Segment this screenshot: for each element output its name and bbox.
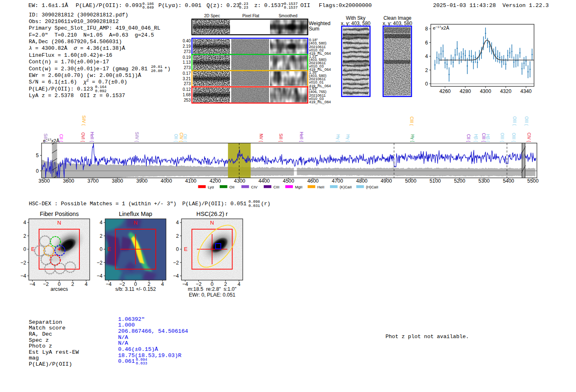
svg-text:CIII (: CIII ( xyxy=(409,116,414,125)
svg-text:With Sky: With Sky xyxy=(346,15,365,21)
svg-text:3600: 3600 xyxy=(63,178,74,184)
svg-text:Match score: Match score xyxy=(29,325,65,331)
svg-text:Lineflux Map: Lineflux Map xyxy=(119,211,152,217)
svg-text:4300: 4300 xyxy=(480,88,491,94)
svg-text:3.21: 3.21 xyxy=(183,77,191,81)
svg-text:1.68: 1.68 xyxy=(183,93,191,97)
svg-text:0.12: 0.12 xyxy=(183,87,191,92)
svg-text:OII: OII xyxy=(300,2,310,9)
svg-text:5300: 5300 xyxy=(478,178,490,184)
svg-text:SiIV {: SiIV { xyxy=(135,132,139,142)
svg-text:Phot z plot not available.: Phot z plot not available. xyxy=(386,334,469,340)
svg-text:4300: 4300 xyxy=(234,178,246,184)
svg-text:1.000: 1.000 xyxy=(118,322,135,328)
svg-text:0.46(±0.15)Å: 0.46(±0.15)Å xyxy=(118,346,158,353)
svg-text:CIII: CIII xyxy=(274,185,279,189)
svg-text:Hγ {: Hγ { xyxy=(336,135,340,142)
svg-text:Clean Image: Clean Image xyxy=(383,15,411,21)
svg-text:−4: −4 xyxy=(106,281,111,287)
svg-text:−4: −4 xyxy=(97,273,102,279)
svg-text:CIV {: CIV { xyxy=(527,132,531,142)
svg-text:0: 0 xyxy=(23,246,26,252)
svg-text:2: 2 xyxy=(100,233,102,239)
svg-text:0.40: 0.40 xyxy=(183,39,191,43)
svg-text:Flags:0x20000000: Flags:0x20000000 xyxy=(319,2,372,9)
svg-text:E: E xyxy=(31,246,35,252)
svg-text:8: 8 xyxy=(425,26,428,32)
svg-text:0: 0 xyxy=(425,81,428,87)
svg-text:*): *) xyxy=(164,66,171,72)
svg-text:Hγ {: Hγ { xyxy=(346,135,350,142)
svg-text:SiIV (: SiIV ( xyxy=(81,116,86,126)
svg-text:RA, Dec: RA, Dec xyxy=(29,331,52,337)
svg-text:Separation: Separation xyxy=(29,319,62,325)
svg-text:2D Spec: 2D Spec xyxy=(204,14,220,18)
svg-text:Est LyA rest-EW: Est LyA rest-EW xyxy=(29,349,79,355)
svg-text:z: 0.1537: z: 0.1537 xyxy=(254,2,284,9)
svg-text:4400: 4400 xyxy=(258,178,270,184)
svg-text:LineFlux = 1.60(±0.42)e-16: LineFlux = 1.60(±0.42)e-16 xyxy=(29,52,112,58)
svg-text:CII {: CII { xyxy=(59,134,63,142)
svg-text:5200: 5200 xyxy=(454,178,465,184)
svg-text:Obs: 20210611v010_3090281812: Obs: 20210611v010_3090281812 xyxy=(29,19,118,25)
svg-text:SiII {: SiII { xyxy=(43,133,48,142)
svg-text:0: 0 xyxy=(176,246,179,252)
svg-text:P(LAE)/P(OII): 0.051: P(LAE)/P(OII): 0.051 xyxy=(182,201,246,207)
svg-text:e−17x2Å: e−17x2Å xyxy=(433,25,449,30)
svg-text:x, y: 403, 580: x, y: 403, 580 xyxy=(383,21,412,26)
svg-text:N: N xyxy=(134,220,137,226)
svg-text:4260: 4260 xyxy=(439,88,451,94)
svg-text:(K)CaII: (K)CaII xyxy=(340,185,352,189)
svg-text:4500: 4500 xyxy=(283,178,295,184)
svg-text:4: 4 xyxy=(176,220,179,225)
svg-text:5: 5 xyxy=(36,153,39,158)
svg-text:arcsecs: arcsecs xyxy=(51,286,68,292)
svg-text:4900: 4900 xyxy=(381,178,392,184)
svg-text:3500: 3500 xyxy=(39,178,50,184)
svg-text:2: 2 xyxy=(23,233,26,239)
svg-text:MgII: MgII xyxy=(295,185,302,189)
svg-text:4200: 4200 xyxy=(209,178,221,184)
svg-text:4: 4 xyxy=(425,53,428,59)
svg-text:Pixel Flat: Pixel Flat xyxy=(242,14,259,18)
svg-text:EWr = 2.60(±0.70) (w: 2.00(±0.: EWr = 2.60(±0.70) (w: 2.00(±0.51))Å xyxy=(29,72,141,79)
svg-text:419_RL_084: 419_RL_084 xyxy=(309,100,331,104)
svg-text:2: 2 xyxy=(71,281,74,287)
svg-text:Photo z: Photo z xyxy=(29,343,52,349)
svg-text:−4: −4 xyxy=(30,281,35,287)
svg-text:Sum: Sum xyxy=(309,26,320,32)
svg-text:−4: −4 xyxy=(182,281,188,287)
svg-text:EW: 1.6±1.1Å: EW: 1.6±1.1Å xyxy=(28,2,68,9)
svg-text:4: 4 xyxy=(237,281,240,287)
svg-text:x, y: 403, 580: x, y: 403, 580 xyxy=(341,21,370,26)
svg-text:Q(z): 0.23: Q(z): 0.23 xyxy=(207,2,239,9)
svg-text:5000: 5000 xyxy=(405,178,417,184)
svg-text:P(LAE)/P(OII): P(LAE)/P(OII) xyxy=(29,361,72,367)
svg-text:P(LAE)/P(OII): 0.123: P(LAE)/P(OII): 0.123 xyxy=(29,86,93,92)
svg-text:4100: 4100 xyxy=(185,178,197,184)
svg-text:−4: −4 xyxy=(173,273,179,279)
svg-text:OII {: OII { xyxy=(174,134,178,142)
svg-text:E: E xyxy=(107,246,111,252)
svg-text:4280: 4280 xyxy=(460,88,471,94)
svg-text:m:18.5 re:2.8" s:1.0": m:18.5 re:2.8" s:1.0" xyxy=(188,286,236,292)
svg-text:0.031: 0.031 xyxy=(249,204,260,208)
svg-text:N: N xyxy=(210,220,214,226)
svg-text:OVI {: OVI { xyxy=(81,132,85,142)
svg-text:1.13: 1.13 xyxy=(183,60,191,65)
svg-text:206.867466, 54.506164: 206.867466, 54.506164 xyxy=(118,328,188,334)
svg-text:−2: −2 xyxy=(173,260,179,266)
svg-text:OIII (: OIII ( xyxy=(524,116,529,126)
svg-text:SiII {: SiII { xyxy=(279,133,283,142)
svg-text:18.75(18.53,19.03)R: 18.75(18.53,19.03)R xyxy=(118,353,181,359)
svg-text:5400: 5400 xyxy=(503,178,514,184)
svg-text:−2: −2 xyxy=(43,281,49,287)
svg-text:E: E xyxy=(184,246,188,252)
svg-text:0.061: 0.061 xyxy=(118,358,135,364)
svg-text:0: 0 xyxy=(100,246,102,252)
svg-text:Primary Spec_Slot_IFU_AMP: 419: Primary Spec_Slot_IFU_AMP: 419_040_046_R… xyxy=(29,25,160,31)
svg-text:OIII (: OIII ( xyxy=(512,116,517,126)
svg-text:0.1537: 0.1537 xyxy=(284,5,297,10)
svg-text:F=2.0" T=0.210 N=1.05 A=0.6: F=2.0" T=0.210 N=1.05 A=0.63 g=24.5 xyxy=(29,32,154,38)
svg-text:mag: mag xyxy=(29,355,39,361)
